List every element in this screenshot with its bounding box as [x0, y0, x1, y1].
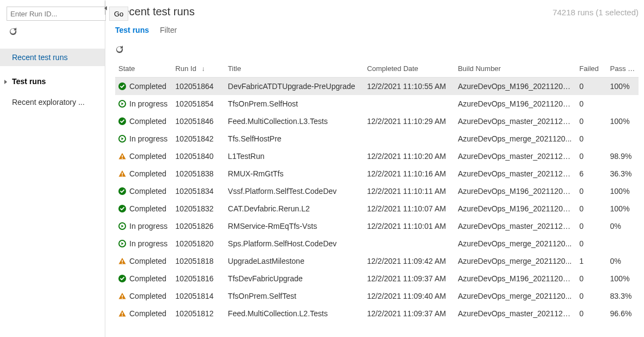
col-header-build[interactable]: Build Number	[455, 60, 576, 78]
build-cell: AzureDevOps_master_2021120...	[455, 217, 576, 235]
completed-cell: 12/2/2021 11:10:07 AM	[363, 200, 455, 217]
completed-cell	[363, 235, 455, 252]
sidebar-item[interactable]: Recent exploratory ...	[0, 93, 105, 111]
run-id-cell: 102051840	[172, 147, 224, 165]
table-row[interactable]: In progress102051820Sps.Platform.SelfHos…	[115, 235, 639, 252]
svg-rect-6	[122, 173, 123, 175]
run-id-cell: 102051842	[172, 130, 224, 147]
col-header-runid[interactable]: Run Id ↓	[172, 60, 224, 78]
col-header-runid-label: Run Id	[175, 64, 196, 73]
run-id-cell: 102051826	[172, 217, 224, 235]
state-label: In progress	[129, 239, 168, 248]
title-cell: TfsOnPrem.SelfTest	[225, 287, 364, 305]
failed-cell: 6	[576, 165, 607, 182]
refresh-icon[interactable]	[115, 45, 124, 54]
completed-cell: 12/2/2021 11:10:16 AM	[363, 165, 455, 182]
failed-cell: 0	[576, 95, 607, 113]
build-cell: AzureDevOps_M196_20211202.5	[455, 78, 576, 96]
build-cell: AzureDevOps_M196_20211202.5	[455, 200, 576, 217]
run-id-cell: 102051838	[172, 165, 224, 182]
passrate-cell: 100%	[607, 182, 639, 200]
refresh-icon[interactable]	[9, 27, 17, 36]
passrate-cell: 98.9%	[607, 147, 639, 165]
sidebar-resize-grip[interactable]	[105, 1, 105, 15]
table-row[interactable]: Completed102051812Feed.MultiCollection.L…	[115, 305, 639, 322]
state-label: Completed	[129, 82, 166, 91]
title-cell: Sps.Platform.SelfHost.CodeDev	[225, 235, 364, 252]
passrate-cell	[607, 95, 639, 113]
state-label: In progress	[129, 99, 168, 108]
run-id-cell: 102051818	[172, 252, 224, 270]
table-row[interactable]: Completed102051838RMUX-RmGtTfs12/2/2021 …	[115, 165, 639, 182]
state-label: In progress	[129, 134, 168, 143]
failed-cell: 0	[576, 130, 607, 147]
go-button[interactable]: Go	[109, 7, 128, 21]
state-label: Completed	[129, 274, 166, 283]
play-icon	[118, 222, 126, 230]
check-icon	[118, 275, 126, 282]
passrate-cell: 100%	[607, 113, 639, 130]
col-header-state[interactable]: State	[115, 60, 172, 78]
svg-rect-17	[122, 312, 123, 315]
table-row[interactable]: In progress102051854TfsOnPrem.SelfHostAz…	[115, 95, 639, 113]
tab[interactable]: Test runs	[115, 26, 149, 34]
table-row[interactable]: Completed102051834Vssf.Platform.SelfTest…	[115, 182, 639, 200]
passrate-cell: 100%	[607, 78, 639, 96]
svg-rect-5	[122, 158, 123, 159]
tabs: Test runsFilter	[115, 26, 639, 39]
table-row[interactable]: In progress102051826RMService-RmEqTfs-Vs…	[115, 217, 639, 235]
search-input[interactable]	[7, 7, 106, 21]
run-id-cell: 102051812	[172, 305, 224, 322]
tab[interactable]: Filter	[160, 26, 177, 34]
passrate-cell: 96.6%	[607, 305, 639, 322]
passrate-cell	[607, 130, 639, 147]
completed-cell: 12/2/2021 11:09:42 AM	[363, 252, 455, 270]
col-header-passrate[interactable]: Pass Rate	[607, 60, 639, 78]
completed-cell: 12/2/2021 11:10:29 AM	[363, 113, 455, 130]
failed-cell: 0	[576, 270, 607, 287]
title-cell: Tfs.SelfHostPre	[225, 130, 364, 147]
table-row[interactable]: Completed102051846Feed.MultiCollection.L…	[115, 113, 639, 130]
table-row[interactable]: Completed102051814TfsOnPrem.SelfTest12/2…	[115, 287, 639, 305]
svg-rect-4	[122, 155, 123, 157]
completed-cell: 12/2/2021 11:09:37 AM	[363, 305, 455, 322]
table-row[interactable]: Completed102051840L1TestRun12/2/2021 11:…	[115, 147, 639, 165]
completed-cell	[363, 130, 455, 147]
run-id-cell: 102051846	[172, 113, 224, 130]
completed-cell	[363, 95, 455, 113]
warn-icon	[118, 292, 126, 300]
warn-icon	[118, 257, 126, 265]
state-label: Completed	[129, 187, 166, 196]
check-icon	[118, 187, 126, 195]
check-icon	[118, 82, 126, 90]
col-header-title[interactable]: Title	[225, 60, 364, 78]
table-row[interactable]: In progress102051842Tfs.SelfHostPreAzure…	[115, 130, 639, 147]
nav-list: Recent test runsTest runsRecent explorat…	[0, 49, 105, 111]
title-cell: Vssf.Platform.SelfTest.CodeDev	[225, 182, 364, 200]
table-row[interactable]: Completed102051832CAT.Devfabric.Rerun.L2…	[115, 200, 639, 217]
sidebar-item[interactable]: Test runs	[0, 73, 105, 90]
title-cell: TfsOnPrem.SelfHost	[225, 95, 364, 113]
title-cell: DevFabricATDTUpgrade-PreUpgrade	[225, 78, 364, 96]
failed-cell: 0	[576, 287, 607, 305]
completed-cell: 12/2/2021 11:09:40 AM	[363, 287, 455, 305]
build-cell: AzureDevOps_master_2021120...	[455, 165, 576, 182]
svg-rect-15	[122, 295, 123, 297]
passrate-cell: 83.3%	[607, 287, 639, 305]
col-header-failed[interactable]: Failed	[576, 60, 607, 78]
sidebar: Go Recent test runsTest runsRecent explo…	[0, 0, 105, 337]
run-id-cell: 102051864	[172, 78, 224, 96]
run-id-cell: 102051816	[172, 270, 224, 287]
completed-cell: 12/2/2021 11:10:01 AM	[363, 217, 455, 235]
table-row[interactable]: Completed102051816TfsDevFabricUpgrade12/…	[115, 270, 639, 287]
completed-cell: 12/2/2021 11:10:20 AM	[363, 147, 455, 165]
table-row[interactable]: Completed102051864DevFabricATDTUpgrade-P…	[115, 78, 639, 96]
table-row[interactable]: Completed102051818UpgradeLastMilestone12…	[115, 252, 639, 270]
col-header-completed[interactable]: Completed Date	[363, 60, 455, 78]
sidebar-item[interactable]: Recent test runs	[0, 49, 105, 66]
build-cell: AzureDevOps_master_2021120...	[455, 305, 576, 322]
failed-cell: 0	[576, 305, 607, 322]
failed-cell: 0	[576, 78, 607, 96]
title-cell: RMService-RmEqTfs-Vsts	[225, 217, 364, 235]
play-icon	[118, 240, 126, 247]
